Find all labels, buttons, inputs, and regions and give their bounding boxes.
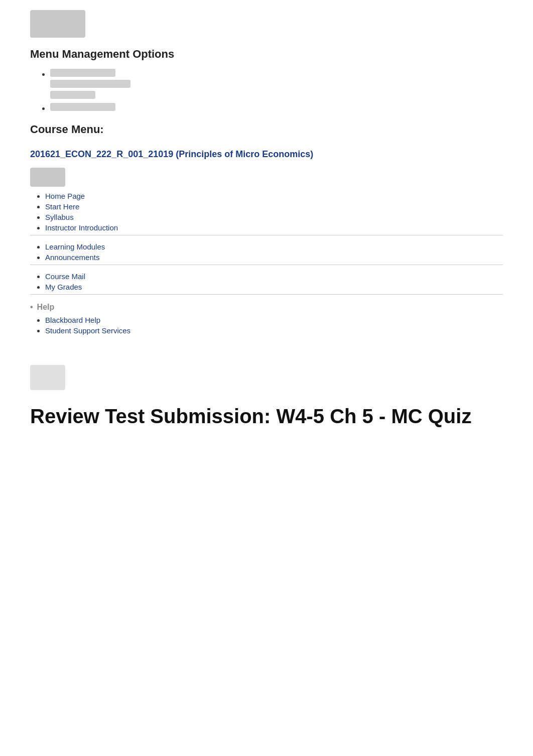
nav-item-announcements: Announcements (45, 253, 503, 262)
nav-link-learning-modules[interactable]: Learning Modules (45, 242, 105, 251)
course-badge (30, 168, 65, 187)
menu-management-list (30, 69, 503, 113)
nav-item-home: Home Page (45, 192, 503, 200)
help-group: Blackboard Help Student Support Services (30, 316, 503, 335)
nav-link-my-grades[interactable]: My Grades (45, 283, 82, 291)
nav-item-blackboard-help: Blackboard Help (45, 316, 503, 324)
nav-group-1: Home Page Start Here Syllabus Instructor… (30, 192, 503, 235)
nav-item-course-mail: Course Mail (45, 272, 503, 281)
nav-item-start-here: Start Here (45, 202, 503, 211)
menu-management-item-1 (50, 69, 503, 99)
nav-link-syllabus[interactable]: Syllabus (45, 213, 74, 221)
blurred-item-1c (50, 91, 95, 99)
menu-management-heading: Menu Management Options (30, 48, 503, 61)
nav-link-announcements[interactable]: Announcements (45, 253, 99, 262)
course-link[interactable]: 201621_ECON_222_R_001_21019 (Principles … (30, 149, 313, 159)
top-logo (30, 10, 85, 38)
help-section-heading: • Help (30, 303, 533, 312)
nav-link-home[interactable]: Home Page (45, 192, 85, 200)
nav-link-start-here[interactable]: Start Here (45, 202, 79, 211)
nav-group-3: Course Mail My Grades (30, 272, 503, 295)
nav-link-course-mail[interactable]: Course Mail (45, 272, 85, 281)
nav-item-learning-modules: Learning Modules (45, 242, 503, 251)
nav-item-instructor-intro: Instructor Introduction (45, 223, 503, 232)
nav-link-instructor-intro[interactable]: Instructor Introduction (45, 223, 118, 232)
nav-divider-3 (30, 294, 503, 295)
nav-link-student-support[interactable]: Student Support Services (45, 326, 130, 335)
nav-link-blackboard-help[interactable]: Blackboard Help (45, 316, 100, 324)
help-label: Help (37, 303, 55, 312)
blurred-item-1b (50, 80, 130, 88)
blurred-item-2 (50, 103, 115, 111)
bottom-logo (30, 365, 65, 390)
nav-item-syllabus: Syllabus (45, 213, 503, 221)
nav-divider-2 (30, 265, 503, 265)
nav-divider-1 (30, 235, 503, 235)
blurred-item-1a (50, 69, 115, 77)
menu-management-item-2 (50, 103, 503, 113)
nav-group-2: Learning Modules Announcements (30, 242, 503, 265)
bullet-icon: • (30, 303, 33, 312)
nav-item-student-support: Student Support Services (45, 326, 503, 335)
course-menu-heading: Course Menu: (30, 123, 503, 136)
nav-item-my-grades: My Grades (45, 283, 503, 291)
page-main-title: Review Test Submission: W4-5 Ch 5 - MC Q… (30, 405, 503, 428)
